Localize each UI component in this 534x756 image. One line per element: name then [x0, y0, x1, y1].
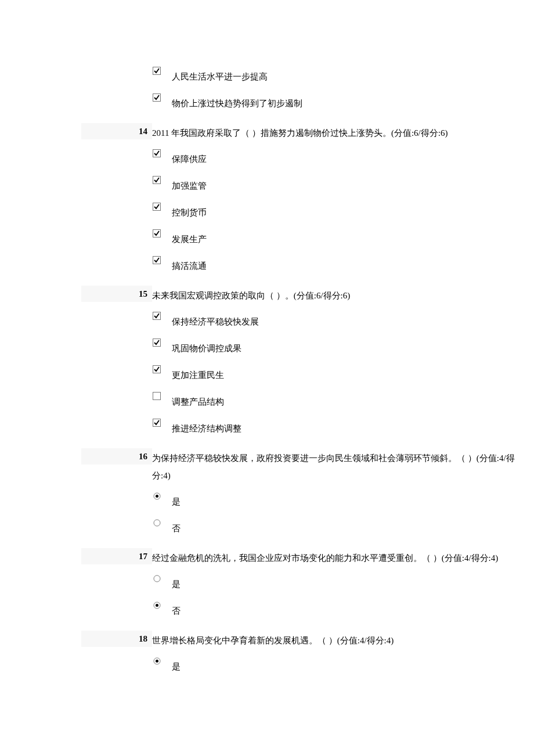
option-row: 控制货币 — [152, 201, 517, 219]
option-label: 巩固物价调控成果 — [172, 337, 241, 355]
option-row: 人民生活水平进一步提高 — [152, 65, 517, 84]
question-18: 18 世界增长格局变化中孕育着新的发展机遇。（ ）(分值:4/得分:4) — [81, 631, 517, 650]
checkbox-checked-icon[interactable] — [152, 66, 161, 75]
radio-unselected-icon[interactable] — [152, 518, 161, 527]
option-row: 加强监管 — [152, 174, 517, 193]
option-row: 推进经济结构调整 — [152, 417, 517, 435]
checkbox-checked-icon[interactable] — [152, 311, 161, 321]
svg-rect-4 — [153, 203, 161, 211]
question-17-options: 是 否 — [81, 571, 517, 627]
radio-unselected-icon[interactable] — [152, 574, 161, 583]
option-label: 推进经济结构调整 — [172, 417, 241, 435]
option-label: 是 — [172, 655, 181, 674]
svg-point-14 — [154, 520, 160, 526]
question-text: 世界增长格局变化中孕育着新的发展机遇。（ ）(分值:4/得分:4) — [152, 631, 517, 650]
checkbox-checked-icon[interactable] — [152, 418, 161, 427]
option-label: 更加注重民生 — [172, 363, 224, 382]
checkbox-checked-icon[interactable] — [152, 93, 161, 102]
option-row: 更加注重民生 — [152, 363, 517, 382]
option-row: 否 — [152, 599, 517, 618]
checkbox-checked-icon[interactable] — [152, 255, 161, 265]
option-row: 搞活流通 — [152, 254, 517, 273]
checkbox-checked-icon[interactable] — [152, 175, 161, 185]
option-label: 是 — [172, 490, 181, 509]
svg-rect-8 — [153, 339, 161, 347]
option-row: 保障供应 — [152, 147, 517, 166]
question-text: 为保持经济平稳较快发展，政府投资要进一步向民生领域和社会薄弱环节倾斜。（ ）(分… — [152, 448, 517, 485]
question-number: 15 — [81, 286, 152, 302]
svg-point-17 — [156, 604, 158, 607]
checkbox-checked-icon[interactable] — [152, 365, 161, 374]
option-row: 否 — [152, 517, 517, 535]
option-label: 否 — [172, 599, 181, 618]
svg-rect-10 — [153, 393, 161, 400]
option-label: 保持经济平稳较快发展 — [172, 310, 259, 329]
checkbox-checked-icon[interactable] — [152, 229, 161, 238]
question-15: 15 未来我国宏观调控政策的取向（ ）。(分值:6/得分:6) — [81, 286, 517, 305]
svg-point-15 — [154, 575, 160, 582]
question-text: 2011 年我国政府采取了（ ）措施努力遏制物价过快上涨势头。(分值:6/得分:… — [152, 123, 517, 143]
option-label: 发展生产 — [172, 228, 207, 246]
option-row: 是 — [152, 655, 517, 674]
checkbox-checked-icon[interactable] — [152, 338, 161, 347]
option-row: 巩固物价调控成果 — [152, 337, 517, 355]
option-label: 调整产品结构 — [172, 390, 224, 409]
checkbox-unchecked-icon[interactable] — [152, 391, 161, 401]
svg-rect-3 — [153, 177, 161, 184]
question-17: 17 经过金融危机的洗礼，我国企业应对市场变化的能力和水平遭受重创。（ ）(分值… — [81, 548, 517, 568]
svg-rect-0 — [153, 67, 161, 75]
svg-rect-11 — [153, 419, 161, 427]
svg-rect-2 — [153, 150, 161, 157]
question-16: 16 为保持经济平稳较快发展，政府投资要进一步向民生领域和社会薄弱环节倾斜。（ … — [81, 448, 517, 485]
option-label: 控制货币 — [172, 201, 207, 219]
svg-rect-9 — [153, 366, 161, 373]
option-row: 发展生产 — [152, 228, 517, 246]
checkbox-checked-icon[interactable] — [152, 202, 161, 211]
svg-rect-6 — [153, 257, 161, 264]
radio-selected-icon[interactable] — [152, 656, 161, 665]
option-label: 人民生活水平进一步提高 — [172, 65, 268, 84]
option-row: 调整产品结构 — [152, 390, 517, 409]
svg-rect-7 — [153, 312, 161, 320]
option-row: 是 — [152, 573, 517, 591]
svg-point-19 — [156, 660, 158, 663]
question-options: 人民生活水平进一步提高 物价上涨过快趋势得到了初步遏制 — [152, 64, 517, 120]
question-number: 14 — [81, 123, 152, 139]
question-number: 18 — [81, 631, 152, 647]
question-number: 17 — [81, 548, 152, 564]
question-16-options: 是 否 — [81, 489, 517, 545]
question-13-extra: 人民生活水平进一步提高 物价上涨过快趋势得到了初步遏制 — [81, 64, 517, 120]
question-15-options: 保持经济平稳较快发展 巩固物价调控成果 更加注重民生 调整产品结构 — [81, 309, 517, 445]
question-text: 经过金融危机的洗礼，我国企业应对市场变化的能力和水平遭受重创。（ ）(分值:4/… — [152, 548, 517, 568]
question-text: 未来我国宏观调控政策的取向（ ）。(分值:6/得分:6) — [152, 286, 517, 305]
option-row: 是 — [152, 490, 517, 509]
checkbox-checked-icon[interactable] — [152, 149, 161, 158]
question-number: 16 — [81, 448, 152, 465]
option-label: 否 — [172, 517, 181, 535]
option-row: 物价上涨过快趋势得到了初步遏制 — [152, 92, 517, 110]
option-label: 保障供应 — [172, 147, 207, 166]
option-label: 搞活流通 — [172, 254, 207, 273]
quiz-page: 人民生活水平进一步提高 物价上涨过快趋势得到了初步遏制 14 2011 年我国政… — [0, 0, 534, 721]
svg-point-13 — [156, 495, 158, 498]
svg-rect-1 — [153, 94, 161, 102]
option-label: 物价上涨过快趋势得到了初步遏制 — [172, 92, 302, 110]
question-14-options: 保障供应 加强监管 控制货币 发展生产 — [81, 146, 517, 282]
radio-selected-icon[interactable] — [152, 491, 161, 501]
radio-selected-icon[interactable] — [152, 600, 161, 610]
question-18-options: 是 — [81, 654, 517, 683]
option-label: 加强监管 — [172, 174, 207, 193]
question-number-empty — [81, 64, 152, 65]
svg-rect-5 — [153, 230, 161, 237]
question-14: 14 2011 年我国政府采取了（ ）措施努力遏制物价过快上涨势头。(分值:6/… — [81, 123, 517, 143]
option-label: 是 — [172, 573, 181, 591]
option-row: 保持经济平稳较快发展 — [152, 310, 517, 329]
